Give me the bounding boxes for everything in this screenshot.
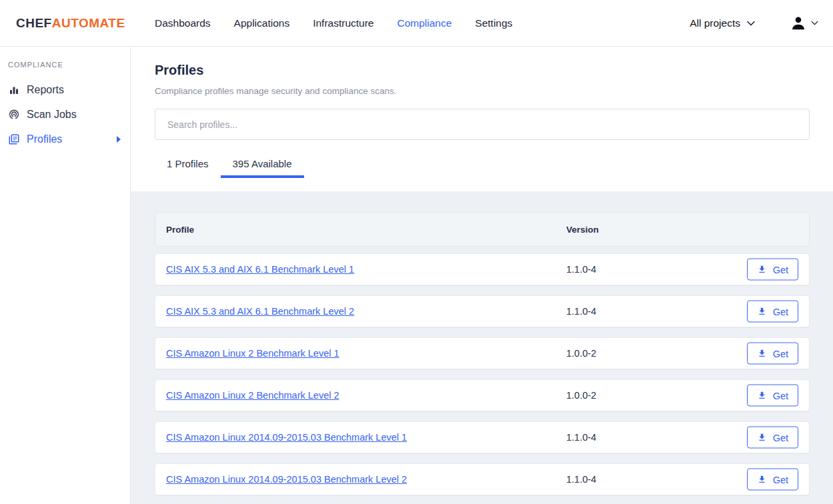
sidebar-item-scan-jobs[interactable]: Scan Jobs [0,102,130,127]
profile-link[interactable]: CIS Amazon Linux 2014.09-2015.03 Benchma… [166,474,407,485]
tab-my-profiles[interactable]: 1 Profiles [155,151,221,178]
chevron-down-icon [811,21,818,25]
sidebar-nav: Reports Scan Jobs Profiles [0,77,130,151]
download-icon [757,391,767,401]
table-row: CIS AIX 5.3 and AIX 6.1 Benchmark Level … [155,295,810,327]
sidebar-item-reports[interactable]: Reports [0,77,130,102]
get-button-label: Get [773,264,788,275]
sidebar-item-label: Reports [27,84,64,96]
column-header-profile: Profile [155,225,194,235]
nav-dashboards[interactable]: Dashboards [155,17,211,29]
profile-version: 1.1.0-4 [566,264,596,275]
nav-applications[interactable]: Applications [234,17,290,29]
scan-icon [8,109,20,121]
search-box [155,109,810,140]
main-top: Profiles Compliance profiles manage secu… [131,47,833,191]
table-row: CIS Amazon Linux 2014.09-2015.03 Benchma… [155,463,810,495]
table-row: CIS AIX 5.3 and AIX 6.1 Benchmark Level … [155,253,810,285]
sidebar-section-label: COMPLIANCE [8,61,130,69]
get-button-label: Get [773,390,788,401]
user-menu[interactable] [790,15,818,32]
download-icon [757,433,767,443]
profile-link[interactable]: CIS Amazon Linux 2014.09-2015.03 Benchma… [166,432,407,443]
main-content: Profiles Compliance profiles manage secu… [131,47,833,504]
logo-automate: AUTOMATE [52,16,125,30]
sidebar: COMPLIANCE Reports Scan Jobs [0,47,131,504]
table-row: CIS Amazon Linux 2 Benchmark Level 1 1.0… [155,337,810,369]
profile-link[interactable]: CIS AIX 5.3 and AIX 6.1 Benchmark Level … [166,264,354,275]
get-button[interactable]: Get [747,301,798,323]
sidebar-item-profiles[interactable]: Profiles [0,127,130,151]
profile-link[interactable]: CIS AIX 5.3 and AIX 6.1 Benchmark Level … [166,306,354,317]
projects-filter-dropdown[interactable]: All projects [690,17,755,29]
nav-settings[interactable]: Settings [475,17,512,29]
get-button[interactable]: Get [747,259,798,281]
user-avatar-icon [790,15,807,32]
sidebar-item-label: Profiles [27,133,62,145]
profile-version: 1.1.0-4 [566,306,596,317]
main-nav: Dashboards Applications Infrastructure C… [155,17,512,29]
get-button-label: Get [773,474,788,485]
chef-automate-logo[interactable]: CHEFAUTOMATE [16,16,131,31]
page-subtitle: Compliance profiles manage security and … [155,86,810,96]
table-header-row: Profile Version [155,212,810,247]
library-icon [8,133,20,145]
chevron-down-icon [747,21,755,26]
download-icon [757,349,767,359]
profile-version: 1.0.0-2 [566,348,596,359]
top-header: CHEFAUTOMATE Dashboards Applications Inf… [0,0,833,47]
profile-link[interactable]: CIS Amazon Linux 2 Benchmark Level 2 [166,390,339,401]
logo-chef: CHEF [16,16,52,30]
get-button[interactable]: Get [747,385,798,407]
download-icon [757,475,767,485]
active-arrow-icon [117,136,121,143]
get-button[interactable]: Get [747,469,798,491]
download-icon [757,307,767,317]
projects-filter-label: All projects [690,17,740,29]
get-button-label: Get [773,306,788,317]
column-header-version: Version [566,225,599,235]
search-input[interactable] [155,109,809,139]
profile-version: 1.1.0-4 [566,474,596,485]
sidebar-item-label: Scan Jobs [27,109,77,121]
get-button-label: Get [773,348,788,359]
header-right: All projects [690,15,833,32]
get-button-label: Get [773,432,788,443]
profiles-tabs: 1 Profiles 395 Available [155,151,810,178]
table-row: CIS Amazon Linux 2 Benchmark Level 2 1.0… [155,379,810,411]
page-title: Profiles [155,63,810,78]
download-icon [757,265,767,275]
get-button[interactable]: Get [747,427,798,449]
profile-version: 1.1.0-4 [566,432,596,443]
profile-link[interactable]: CIS Amazon Linux 2 Benchmark Level 1 [166,348,339,359]
profile-version: 1.0.0-2 [566,390,596,401]
bar-chart-icon [8,84,20,96]
nav-infrastructure[interactable]: Infrastructure [313,17,373,29]
tab-available[interactable]: 395 Available [221,151,304,178]
table-row: CIS Amazon Linux 2014.09-2015.03 Benchma… [155,421,810,453]
main-body: Profile Version CIS AIX 5.3 and AIX 6.1 … [131,191,833,504]
profiles-table-body: CIS AIX 5.3 and AIX 6.1 Benchmark Level … [155,253,833,495]
get-button[interactable]: Get [747,343,798,365]
nav-compliance[interactable]: Compliance [397,17,452,29]
